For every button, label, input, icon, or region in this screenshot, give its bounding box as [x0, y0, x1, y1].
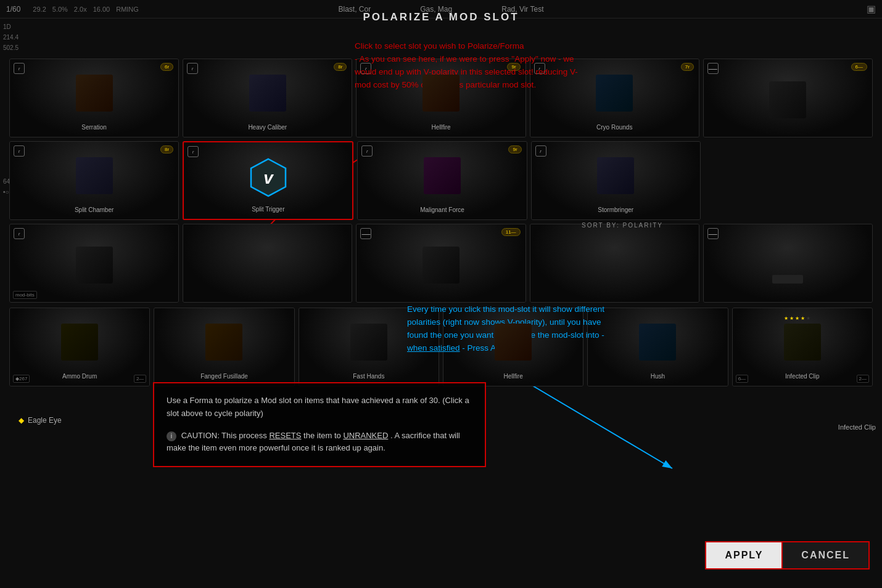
polarity-r7: r [361, 145, 373, 157]
card-name-hush: Hush [649, 373, 667, 380]
top-right-icon: ▣ [867, 3, 876, 15]
annotation-bottom-line2: polarities (right now shows V-polarity),… [407, 316, 771, 329]
polarity-r: r [14, 63, 25, 74]
hex-polarity-icon: v [247, 157, 289, 198]
annotation-line4: mod cost by 50% or so in this particular… [355, 79, 712, 92]
rank-8r: 8r [334, 63, 347, 71]
rank-11dash: 11— [501, 228, 521, 236]
sort-label: SORT BY: POLARITY [582, 222, 663, 229]
annotation-bottom-line3: found the one you want to Polarize the m… [407, 329, 771, 342]
mod-card-row3-5[interactable]: — [703, 224, 873, 303]
mod-row-3: r mod-bits — 11— — [9, 224, 873, 303]
stat-2144: 214.4 [3, 32, 20, 43]
top-annotation: Click to select slot you wish to Polariz… [355, 40, 712, 92]
infected-clip-label: Infected Clip [838, 423, 876, 431]
annotation-line2: - As you can see here, if we were to pre… [355, 53, 712, 66]
stat-5025: 502.5 [3, 43, 20, 53]
stat-value-2: 5.0% [52, 6, 68, 13]
mod-card-row3-1[interactable]: r mod-bits [9, 224, 179, 303]
mod-card-slot-5[interactable]: — 6— [703, 59, 873, 137]
card-name-stormbringer: Stormbringer [596, 206, 635, 213]
caution-prefix: CAUTION: This process [181, 431, 270, 440]
card-name-fanged-fusillade: Fanged Fusillade [199, 373, 250, 380]
polarity-r8: r [535, 145, 546, 157]
polarity-r9: r [14, 228, 25, 239]
rank-6r: 6r [160, 63, 173, 71]
stat-rming: RMING [116, 6, 139, 13]
card-name-heavy-caliber: Heavy Caliber [246, 124, 289, 131]
annotation-bottom-line1: Every time you click this mod-slot it wi… [407, 303, 771, 316]
count-infected-clip: 6— [736, 375, 748, 383]
rank-8r2: 8r [160, 145, 173, 153]
polarity-r2: r [187, 63, 198, 74]
mod-card-malignant-force[interactable]: r 9r Malignant Force [357, 141, 527, 220]
eagle-eye-icon: ◆ [19, 416, 24, 425]
card-name-hellfire: Hellfire [429, 124, 452, 131]
info-icon: i [167, 431, 176, 441]
spacer-row2 [704, 141, 873, 220]
count-ammo-drum: ◆267 [13, 375, 30, 383]
caution-mid: the item to [303, 431, 343, 440]
polarity-dash2: — [360, 228, 371, 239]
count2-infected-clip: 2— [857, 375, 869, 383]
when-satisfied-text: when satisfied [407, 343, 460, 353]
card-name-split-trigger: Split Trigger [250, 206, 286, 213]
annotation-line3: would end up with V-polarity in this sel… [355, 66, 712, 79]
bottom-annotation: Every time you click this mod-slot it wi… [407, 303, 771, 355]
mod-card-row3-4-empty[interactable] [530, 224, 699, 303]
apply-button[interactable]: APPLY [705, 541, 783, 570]
counter-label: 1/60 [6, 5, 20, 14]
mod-card-split-trigger-selected[interactable]: r v Split Trigger [183, 141, 353, 220]
description-box: Use a Forma to polarize a Mod slot on it… [153, 382, 486, 467]
page-title: POLARIZE A MOD SLOT [363, 11, 519, 23]
stat-value-4: 16.00 [93, 6, 110, 13]
eagle-eye-label: Eagle Eye [28, 416, 62, 425]
polarity-dash3: — [707, 228, 719, 239]
mod-card-split-chamber[interactable]: r 8r Split Chamber [9, 141, 179, 220]
description-text: Use a Forma to polarize a Mod slot on it… [167, 394, 472, 420]
card-name-malignant-force: Malignant Force [418, 206, 466, 213]
stat-value-1: 29.2 [33, 6, 46, 13]
count-r3c1: mod-bits [13, 291, 37, 299]
stat-value-3: 2.0x [74, 6, 87, 13]
card-name-split-chamber: Split Chamber [73, 206, 115, 213]
mod-card-stormbringer[interactable]: r Stormbringer [531, 141, 701, 220]
card-name-ammo-drum: Ammo Drum [60, 373, 99, 380]
card-name-infected-clip: Infected Clip [783, 373, 822, 380]
count2-ammo-drum: 2— [134, 375, 146, 383]
mod-card-fanged-fusillade[interactable]: Fanged Fusillade [154, 308, 294, 386]
resets-text: RESETS [269, 431, 301, 440]
mod-card-heavy-caliber[interactable]: r 8r Heavy Caliber [183, 59, 352, 137]
card-name-cryo-rounds: Cryo Rounds [595, 124, 634, 131]
bottom-buttons-container: APPLY CANCEL [705, 541, 870, 570]
caution-line: i CAUTION: This process RESETS the item … [167, 430, 472, 455]
annotation-bottom-line4: when satisfied - Press Apply! [407, 342, 771, 355]
annotation-line1: Click to select slot you wish to Polariz… [355, 40, 712, 53]
mod-card-serration[interactable]: r 6r Serration [9, 59, 179, 137]
eagle-eye-card: ◆ Eagle Eye [19, 416, 62, 425]
mod-card-row3-3[interactable]: — 11— [356, 224, 525, 303]
unranked-text: UNRANKED [343, 431, 388, 440]
mod-card-ammo-drum[interactable]: Ammo Drum ◆267 2— [9, 308, 150, 386]
rank-6dash: 6— [851, 63, 867, 71]
mod-row-2: r 8r Split Chamber r v Split Trigger r 9… [9, 141, 873, 220]
card-name-fast-hands: Fast Hands [351, 373, 386, 380]
rank-9r2: 9r [508, 145, 521, 153]
card-name-serration: Serration [80, 124, 109, 131]
cancel-button[interactable]: CANCEL [783, 541, 870, 570]
stat-1d: 1D [3, 22, 20, 32]
svg-text:v: v [263, 168, 274, 187]
card-name-hellfire-2: Hellfire [502, 373, 525, 380]
mod-card-row3-2-empty[interactable] [183, 224, 352, 303]
polarity-r5: r [14, 145, 25, 157]
polarity-r6: r [188, 146, 199, 157]
